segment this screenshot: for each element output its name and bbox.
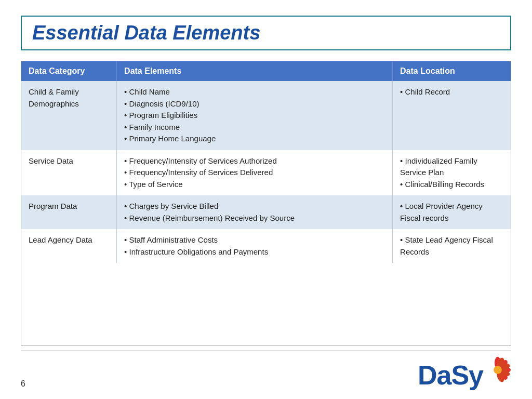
table-row: Service Data• Frequency/Intensity of Ser…	[21, 150, 511, 196]
cell-location: • Individualized Family Service Plan• Cl…	[393, 150, 511, 196]
header-elements: Data Elements	[117, 61, 393, 81]
table-row: Program Data• Charges by Service Billed•…	[21, 195, 511, 229]
table-row: Lead Agency Data• Staff Administrative C…	[21, 229, 511, 263]
element-item: • Infrastructure Obligations and Payment…	[124, 246, 385, 258]
cell-category: Child & Family Demographics	[21, 81, 117, 150]
element-item: • Family Income	[124, 122, 385, 134]
cell-elements: • Charges by Service Billed• Revenue (Re…	[117, 195, 393, 229]
element-item: • Charges by Service Billed	[124, 201, 385, 212]
data-table-container: Data Category Data Elements Data Locatio…	[21, 61, 511, 346]
element-item: • Frequency/Intensity of Services Author…	[124, 155, 385, 167]
table-header-row: Data Category Data Elements Data Locatio…	[21, 61, 511, 81]
element-item: • Staff Administrative Costs	[124, 234, 385, 246]
element-item: • Primary Home Language	[124, 133, 385, 145]
header-location: Data Location	[393, 61, 511, 81]
svg-point-8	[494, 366, 502, 374]
element-item: • Diagnosis (ICD9/10)	[124, 98, 385, 110]
cell-category: Program Data	[21, 195, 117, 229]
cell-location: • Child Record	[393, 81, 511, 150]
location-item: • Child Record	[400, 86, 503, 98]
logo-flower-icon	[484, 356, 511, 385]
element-item: • Revenue (Reimbursement) Received by So…	[124, 212, 385, 224]
page-number: 6	[21, 379, 25, 389]
essential-data-table: Data Category Data Elements Data Locatio…	[21, 61, 511, 263]
cell-elements: • Staff Administrative Costs• Infrastruc…	[117, 229, 393, 263]
element-item: • Frequency/Intensity of Services Delive…	[124, 167, 385, 179]
dasy-logo: DaSy	[418, 356, 511, 389]
element-item: • Child Name	[124, 86, 385, 98]
cell-elements: • Child Name• Diagnosis (ICD9/10)• Progr…	[117, 81, 393, 150]
cell-location: • State Lead Agency Fiscal Records	[393, 229, 511, 263]
element-item: • Type of Service	[124, 179, 385, 191]
element-item: • Program Eligibilities	[124, 110, 385, 122]
logo-text: DaSy	[418, 362, 483, 389]
location-item: • State Lead Agency Fiscal Records	[400, 234, 503, 258]
cell-category: Lead Agency Data	[21, 229, 117, 263]
location-item: • Individualized Family Service Plan	[400, 155, 503, 179]
header-category: Data Category	[21, 61, 117, 81]
slide-footer: 6 DaSy	[21, 350, 511, 389]
table-row: Child & Family Demographics• Child Name•…	[21, 81, 511, 150]
location-item: • Clinical/Billing Records	[400, 179, 503, 191]
cell-category: Service Data	[21, 150, 117, 196]
slide-title: Essential Data Elements	[32, 22, 260, 44]
location-item: • Local Provider Agency Fiscal records	[400, 201, 503, 224]
title-box: Essential Data Elements	[21, 16, 511, 50]
cell-location: • Local Provider Agency Fiscal records	[393, 195, 511, 229]
slide: Essential Data Elements Data Category Da…	[0, 0, 532, 399]
cell-elements: • Frequency/Intensity of Services Author…	[117, 150, 393, 196]
